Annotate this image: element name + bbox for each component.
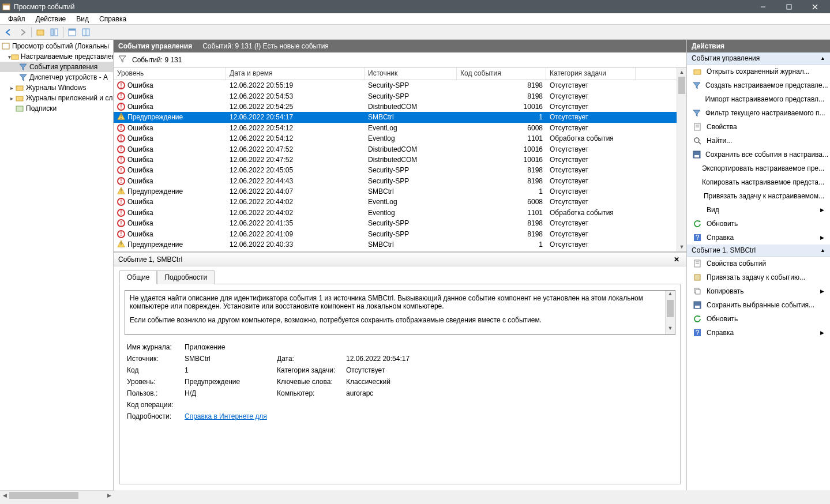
expand-icon[interactable]: ▸	[8, 95, 15, 101]
toolbar-icon[interactable]	[80, 26, 92, 39]
action-item[interactable]: Сохранить выбранные события...	[687, 298, 830, 312]
table-row[interactable]: !Предупреждение12.06.2022 20:40:33SMBCtr…	[114, 239, 677, 250]
action-item[interactable]: Привязать задачу к событию...	[687, 270, 830, 284]
action-label: Создать настраиваемое представле...	[705, 81, 828, 89]
col-category[interactable]: Категория задачи	[546, 67, 636, 80]
cell-level: !Ошибка	[114, 145, 226, 153]
table-row[interactable]: !Ошибка12.06.2022 20:55:19Security-SPP81…	[114, 80, 677, 91]
close-button[interactable]	[802, 0, 828, 13]
cell-eventid: 1	[457, 240, 546, 249]
tree-applogs[interactable]: ▸ Журналы приложений и сл	[0, 93, 113, 103]
tab-general[interactable]: Общие	[119, 270, 157, 284]
table-row[interactable]: !Ошибка12.06.2022 20:54:12EventLog6008От…	[114, 123, 677, 133]
action-item[interactable]: Открыть сохраненный журнал...	[687, 65, 830, 78]
scroll-up-icon[interactable]: ▲	[677, 67, 686, 77]
menu-help[interactable]: Справка	[95, 14, 131, 24]
action-item[interactable]: Обновить	[687, 217, 830, 231]
tree-devmgr[interactable]: Диспетчер устройств - А	[0, 72, 113, 82]
actions-section-1[interactable]: События управления ▲	[687, 52, 830, 65]
action-item[interactable]: ?Справка▶	[687, 326, 830, 340]
tab-details[interactable]: Подробности	[157, 270, 215, 284]
col-datetime[interactable]: Дата и время	[226, 67, 365, 80]
tree-custom-views[interactable]: ▾ Настраиваемые представлен	[0, 51, 113, 62]
action-item[interactable]: Копировать настраиваемое предста...	[687, 175, 830, 189]
tree-root[interactable]: Просмотр событий (Локальны	[0, 41, 113, 51]
menu-file[interactable]: Файл	[3, 14, 30, 24]
scroll-left-icon[interactable]: ◀	[0, 491, 9, 500]
table-row[interactable]: !Ошибка12.06.2022 20:44:02EventLog6008От…	[114, 197, 677, 207]
minimize-button[interactable]	[750, 0, 776, 13]
col-source[interactable]: Источник	[365, 67, 457, 80]
description-scrollbar[interactable]: ▲ ▼	[665, 291, 675, 334]
scroll-down-icon[interactable]: ▼	[677, 242, 686, 251]
action-label: Обновить	[707, 220, 738, 228]
expand-icon[interactable]: ▸	[8, 85, 15, 91]
action-item[interactable]: Свойства событий	[687, 257, 830, 270]
action-item[interactable]: Свойства	[687, 120, 830, 134]
action-item[interactable]: ?Справка▶	[687, 231, 830, 245]
actions-section-2[interactable]: Событие 1, SMBCtrl ▲	[687, 245, 830, 257]
table-row[interactable]: !Ошибка12.06.2022 20:54:53Security-SPP81…	[114, 91, 677, 101]
save-icon	[693, 150, 701, 159]
table-row[interactable]: !Ошибка12.06.2022 20:41:35Security-SPP81…	[114, 218, 677, 228]
cell-eventid: 10016	[457, 145, 546, 153]
action-item[interactable]: Обновить	[687, 312, 830, 326]
online-help-link[interactable]: Справка в Интернете для	[185, 412, 267, 420]
action-item[interactable]: Сохранить все события в настраива...	[687, 148, 830, 161]
action-item[interactable]: Импорт настраиваемого представл...	[687, 92, 830, 106]
toolbar-icon[interactable]	[66, 26, 78, 39]
detail-close-button[interactable]: ✕	[671, 255, 682, 264]
scroll-thumb[interactable]	[678, 77, 685, 94]
action-item[interactable]: Привязать задачу к настраиваемом...	[687, 189, 830, 203]
count-bar: Событий: 9 131	[114, 52, 686, 67]
action-item[interactable]: Экспортировать настраиваемое пре...	[687, 161, 830, 175]
col-level[interactable]: Уровень	[114, 67, 226, 80]
cell-datetime: 12.06.2022 20:54:12	[226, 134, 365, 142]
nav-back-button[interactable]	[2, 26, 15, 39]
tree-admin-events[interactable]: События управления	[0, 62, 113, 72]
scroll-thumb[interactable]	[9, 492, 78, 499]
maximize-button[interactable]	[776, 0, 802, 13]
action-item[interactable]: Фильтр текущего настраиваемого п...	[687, 106, 830, 120]
menu-view[interactable]: Вид	[72, 14, 93, 24]
table-row[interactable]: !Предупреждение12.06.2022 20:54:17SMBCtr…	[114, 112, 677, 122]
table-row[interactable]: !Ошибка12.06.2022 20:47:52DistributedCOM…	[114, 155, 677, 165]
description-line: Не удается найти описание для идентифика…	[130, 294, 659, 310]
svg-rect-1	[3, 3, 10, 5]
event-grid: Уровень Дата и время Источник Код событи…	[114, 67, 686, 252]
cell-source: Security-SPP	[365, 219, 457, 227]
nav-forward-button[interactable]	[16, 26, 29, 39]
table-row[interactable]: !Ошибка12.06.2022 20:41:09Security-SPP81…	[114, 228, 677, 239]
grid-vertical-scrollbar[interactable]: ▲ ▼	[677, 67, 686, 251]
kv-key: Подробности:	[127, 412, 179, 420]
table-row[interactable]: !Ошибка12.06.2022 20:54:25DistributedCOM…	[114, 101, 677, 112]
table-row[interactable]: !Ошибка12.06.2022 20:44:43Security-SPP81…	[114, 176, 677, 186]
action-item[interactable]: Вид▶	[687, 203, 830, 217]
menu-action[interactable]: Действие	[31, 14, 71, 24]
action-item[interactable]: Найти...	[687, 134, 830, 148]
cell-eventid: 1	[457, 113, 546, 121]
table-row[interactable]: !Ошибка12.06.2022 20:54:12Eventlog1101Об…	[114, 133, 677, 144]
cell-datetime: 12.06.2022 20:45:05	[226, 166, 365, 174]
action-label: Сохранить выбранные события...	[707, 301, 814, 309]
action-item[interactable]: Копировать▶	[687, 284, 830, 298]
toolbar-icon[interactable]	[34, 26, 47, 39]
kv-key: Дата:	[277, 355, 340, 363]
scroll-right-icon[interactable]: ▶	[104, 491, 114, 500]
table-row[interactable]: !Ошибка12.06.2022 20:44:02Eventlog1101Об…	[114, 208, 677, 218]
scroll-thumb[interactable]	[667, 300, 674, 317]
tree-subscriptions[interactable]: Подписки	[0, 103, 113, 114]
table-row[interactable]: !Предупреждение12.06.2022 20:44:07SMBCtr…	[114, 186, 677, 197]
col-eventid[interactable]: Код события	[457, 67, 546, 80]
tree-horizontal-scrollbar[interactable]: ◀ ▶	[0, 490, 114, 500]
cell-source: Eventlog	[365, 134, 457, 142]
cell-source: Security-SPP	[365, 166, 457, 174]
svg-text:?: ?	[696, 329, 700, 337]
cell-category: Отсутствует	[546, 219, 636, 227]
action-item[interactable]: Создать настраиваемое представле...	[687, 78, 830, 92]
tree-winlogs[interactable]: ▸ Журналы Windows	[0, 82, 113, 93]
table-row[interactable]: !Ошибка12.06.2022 20:45:05Security-SPP81…	[114, 165, 677, 175]
cell-eventid: 10016	[457, 103, 546, 111]
table-row[interactable]: !Ошибка12.06.2022 20:47:52DistributedCOM…	[114, 144, 677, 154]
toolbar-icon[interactable]	[48, 26, 61, 39]
